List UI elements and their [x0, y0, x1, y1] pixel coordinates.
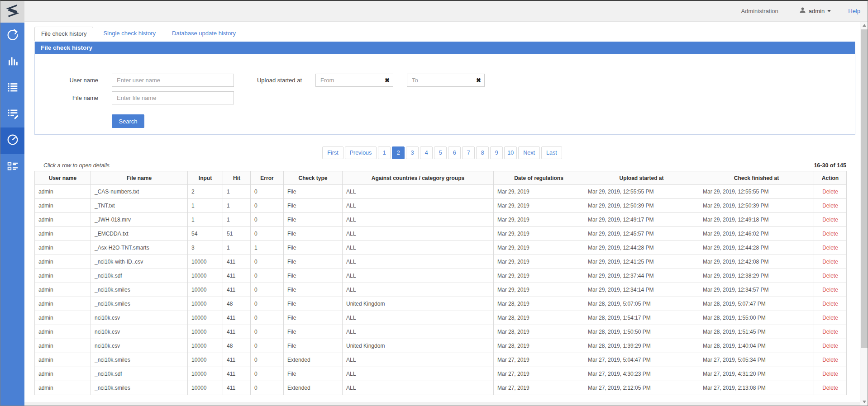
cell-check-finished-at: Mar 29, 2019, 12:46:02 PM: [699, 227, 814, 241]
table-row[interactable]: admin_nci10k.smiles10000480FileUnited Ki…: [35, 297, 847, 311]
delete-link[interactable]: Delete: [822, 343, 838, 349]
delete-link[interactable]: Delete: [822, 357, 838, 363]
page-button-9[interactable]: 9: [490, 146, 503, 159]
page-button-1[interactable]: 1: [378, 146, 391, 159]
delete-link[interactable]: Delete: [822, 231, 838, 237]
page-button-8[interactable]: 8: [476, 146, 489, 159]
table-row[interactable]: admin_EMCDDA.txt54510FileALLMar 29, 2019…: [35, 227, 847, 241]
cell-against-countries-category-groups: ALL: [343, 311, 494, 325]
cell-against-countries-category-groups: ALL: [343, 199, 494, 213]
delete-link[interactable]: Delete: [822, 385, 838, 391]
table-row[interactable]: adminnci10k.csv100004110FileALLMar 28, 2…: [35, 325, 847, 339]
delete-link[interactable]: Delete: [822, 217, 838, 223]
table-row[interactable]: admin_nci10k.sdf100004110FileALLMar 29, …: [35, 269, 847, 283]
sidebar-item-statistics[interactable]: [0, 49, 24, 75]
clear-from-date-button[interactable]: ✖: [385, 76, 390, 85]
page-button-next[interactable]: Next: [518, 146, 540, 159]
delete-link[interactable]: Delete: [822, 329, 838, 335]
search-button[interactable]: Search: [112, 114, 144, 128]
page-button-6[interactable]: 6: [448, 146, 461, 159]
sidebar-item-list-edit[interactable]: [0, 101, 24, 127]
table-row[interactable]: adminnci10k.csv100004110FileALLMar 28, 2…: [35, 311, 847, 325]
scroll-up-arrow-icon[interactable]: [860, 22, 868, 29]
table-row[interactable]: admin_JWH-018.mrv110FileALLMar 29, 2019M…: [35, 213, 847, 227]
panel-body: User name Upload started at ✖ ✖ File nam…: [35, 74, 855, 134]
cell-against-countries-category-groups: ALL: [343, 255, 494, 269]
cell-check-type: Extended: [284, 381, 343, 395]
page-button-5[interactable]: 5: [434, 146, 447, 159]
cell-error: 0: [251, 269, 284, 283]
person-icon: [799, 7, 806, 15]
clear-to-date-button[interactable]: ✖: [476, 76, 481, 85]
column-header-input: Input: [188, 171, 223, 185]
tab-database-update-history[interactable]: Database update history: [166, 27, 242, 41]
sidebar-item-forms[interactable]: [0, 154, 24, 180]
scrollbar[interactable]: [860, 22, 868, 406]
from-date-input[interactable]: [316, 74, 375, 86]
scrollbar-thumb[interactable]: [861, 29, 868, 348]
cell-date-of-regulations: Mar 29, 2019: [494, 227, 584, 241]
cell-upload-started-at: Mar 29, 2019, 12:37:44 PM: [584, 269, 699, 283]
page-button-previous[interactable]: Previous: [345, 146, 377, 159]
cell-input: 10000: [188, 269, 223, 283]
table-row[interactable]: admin_nci10k.smiles100004110FileALLMar 2…: [35, 283, 847, 297]
cell-error: 1: [251, 241, 284, 255]
delete-link[interactable]: Delete: [822, 301, 838, 307]
file-name-input[interactable]: [112, 91, 234, 104]
cell-hit: 1: [223, 213, 251, 227]
cell-against-countries-category-groups: ALL: [343, 283, 494, 297]
page-button-10[interactable]: 10: [504, 146, 517, 159]
page-button-4[interactable]: 4: [420, 146, 433, 159]
user-menu[interactable]: admin: [799, 7, 831, 15]
cell-check-finished-at: Mar 28, 2019, 1:55:00 PM: [699, 311, 814, 325]
delete-link[interactable]: Delete: [822, 203, 838, 209]
cell-file-name: _nci10k.smiles: [91, 283, 188, 297]
page-button-7[interactable]: 7: [462, 146, 475, 159]
column-header-date-of-regulations: Date of regulations: [494, 171, 584, 185]
help-link[interactable]: Help: [848, 8, 860, 14]
user-name-input[interactable]: [112, 74, 234, 87]
table-row[interactable]: admin_nci10k.sdf100004110FileALLMar 27, …: [35, 367, 847, 381]
delete-link[interactable]: Delete: [822, 273, 838, 279]
cell-file-name: nci10k.csv: [91, 339, 188, 353]
table-row[interactable]: admin_nci10k.smiles100004110ExtendedALLM…: [35, 353, 847, 367]
table-row[interactable]: admin_CAS-numbers.txt210FileALLMar 29, 2…: [35, 185, 847, 199]
app-logo[interactable]: [0, 1, 24, 23]
page-button-last[interactable]: Last: [541, 146, 562, 159]
sidebar-item-refresh[interactable]: [0, 23, 24, 49]
table-row[interactable]: admin_nci10k.smiles100004110ExtendedALLM…: [35, 381, 847, 395]
tab-single-check-history[interactable]: Single check history: [97, 27, 162, 41]
cell-check-type: File: [284, 339, 343, 353]
cell-against-countries-category-groups: ALL: [343, 325, 494, 339]
tab-bar: File check historySingle check historyDa…: [34, 27, 860, 41]
tab-file-check-history[interactable]: File check history: [34, 27, 93, 41]
delete-link[interactable]: Delete: [822, 287, 838, 293]
scroll-down-arrow-icon[interactable]: [860, 398, 868, 406]
cell-date-of-regulations: Mar 27, 2019: [494, 367, 584, 381]
delete-link[interactable]: Delete: [822, 315, 838, 321]
table-row[interactable]: admin_TNT.txt110FileALLMar 29, 2019Mar 2…: [35, 199, 847, 213]
to-date-input[interactable]: [407, 74, 466, 86]
page-button-2[interactable]: 2: [392, 146, 405, 159]
cell-hit: 48: [223, 297, 251, 311]
cell-hit: 411: [223, 283, 251, 297]
sidebar-item-check-history[interactable]: [0, 127, 24, 154]
page-button-first[interactable]: First: [322, 146, 343, 159]
delete-link[interactable]: Delete: [822, 189, 838, 195]
cell-hit: 1: [223, 185, 251, 199]
table-row[interactable]: admin_nci10k-with-ID..csv100004110FileAL…: [35, 255, 847, 269]
page-button-3[interactable]: 3: [406, 146, 419, 159]
table-row[interactable]: admin_Asx-H2O-TNT.smarts311FileALLMar 29…: [35, 241, 847, 255]
cell-against-countries-category-groups: ALL: [343, 185, 494, 199]
column-header-check-finished-at: Check finished at: [699, 171, 814, 185]
cell-error: 0: [251, 283, 284, 297]
cell-check-type: Extended: [284, 353, 343, 367]
cell-action: Delete: [814, 367, 847, 381]
delete-link[interactable]: Delete: [822, 245, 838, 251]
table-row[interactable]: adminnci10k.csv10000480FileUnited Kingdo…: [35, 339, 847, 353]
delete-link[interactable]: Delete: [822, 371, 838, 377]
sidebar-item-list[interactable]: [0, 75, 24, 101]
delete-link[interactable]: Delete: [822, 259, 838, 265]
cell-check-finished-at: Mar 27, 2019, 2:13:08 PM: [699, 381, 814, 395]
cell-hit: 411: [223, 255, 251, 269]
